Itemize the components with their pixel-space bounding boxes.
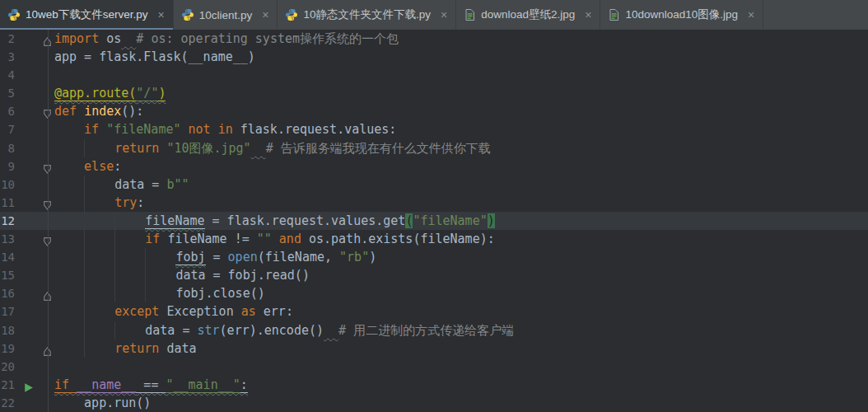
line-number: 13 bbox=[0, 230, 15, 248]
code-token: : bbox=[137, 195, 144, 210]
indent-guide bbox=[54, 230, 84, 248]
indent-guide bbox=[84, 194, 114, 212]
code-token: "fileName" bbox=[413, 213, 487, 228]
code-token: "10图像.jpg" bbox=[166, 141, 250, 156]
code-line[interactable]: 10data = b"" bbox=[0, 176, 868, 194]
indent-guide bbox=[54, 120, 84, 138]
indent-guide bbox=[54, 194, 84, 212]
indent-guide bbox=[84, 230, 114, 248]
run-arrow-icon[interactable] bbox=[23, 380, 34, 391]
code-line[interactable]: 16fobj.close() bbox=[0, 284, 868, 302]
code-token: data = bbox=[145, 323, 197, 338]
line-number: 10 bbox=[0, 176, 15, 194]
line-number: 22 bbox=[0, 394, 15, 412]
code-line[interactable]: 21if __name__ == "__main__": bbox=[0, 376, 868, 394]
code-token bbox=[121, 31, 136, 46]
code-line[interactable]: 15data = fobj.read() bbox=[0, 266, 868, 284]
code-token: if bbox=[145, 232, 167, 246]
indent-guide bbox=[84, 212, 114, 230]
code-line[interactable]: 5@app.route("/") bbox=[0, 84, 868, 102]
editor[interactable]: 2import os # os: operating system操作系统的一个… bbox=[0, 30, 868, 412]
code-token: return bbox=[114, 141, 166, 156]
code-line[interactable]: 18data = str(err).encode() # 用二进制的方式传递给客… bbox=[0, 321, 868, 339]
indent-guide bbox=[84, 321, 114, 339]
line-number: 3 bbox=[0, 48, 15, 66]
code-line[interactable]: 20 bbox=[0, 358, 868, 376]
code-token: @app.route( bbox=[54, 86, 136, 101]
close-icon[interactable]: × bbox=[748, 9, 754, 21]
editor-tab[interactable]: 10静态文件夹文件下载.py× bbox=[278, 0, 456, 30]
python-icon bbox=[181, 8, 194, 21]
code-token: os.path.exists(fileName): bbox=[309, 232, 495, 246]
gutter-separator bbox=[48, 30, 49, 412]
code-line[interactable]: 2import os # os: operating system操作系统的一个… bbox=[0, 30, 868, 48]
code-line[interactable]: 9else: bbox=[0, 157, 868, 176]
indent-guide bbox=[54, 394, 84, 412]
code-token: fobj bbox=[175, 250, 205, 265]
close-icon[interactable]: × bbox=[262, 9, 268, 21]
editor-tab[interactable]: 10web下载文件server.py× bbox=[0, 0, 174, 30]
code-token: = bbox=[206, 250, 228, 265]
editor-tab[interactable]: 10download10图像.jpg× bbox=[600, 0, 763, 30]
indent-guide bbox=[114, 321, 145, 339]
code-token: and bbox=[272, 232, 309, 246]
close-icon[interactable]: × bbox=[441, 9, 447, 21]
code-text: if "fileName" not in flask.request.value… bbox=[54, 120, 868, 138]
code-token: try bbox=[114, 195, 137, 210]
code-line[interactable]: 17except Exception as err: bbox=[0, 302, 868, 321]
code-token: # os: operating system操作系统的一个包 bbox=[136, 31, 399, 46]
line-number: 9 bbox=[0, 157, 15, 176]
code-line[interactable]: 13if fileName != "" and os.path.exists(f… bbox=[0, 230, 868, 248]
python-icon bbox=[285, 8, 298, 21]
editor-tab[interactable]: 10client.py× bbox=[174, 0, 278, 30]
indent-guide bbox=[84, 139, 114, 157]
indent-guide bbox=[54, 266, 84, 284]
code-line-caret[interactable]: 12fileName = flask.request.values.get("f… bbox=[0, 212, 868, 230]
code-token: app.run() bbox=[84, 396, 151, 410]
code-token: return bbox=[114, 341, 166, 356]
line-number: 2 bbox=[0, 30, 15, 48]
code-line[interactable]: 7if "fileName" not in flask.request.valu… bbox=[0, 120, 868, 138]
code-line[interactable]: 4 bbox=[0, 66, 868, 84]
code-token: str bbox=[198, 323, 220, 338]
code-token bbox=[251, 141, 266, 156]
code-token: data = fobj.read() bbox=[175, 268, 310, 283]
tab-label: download壁纸2.jpg bbox=[481, 7, 575, 22]
indent-guide bbox=[54, 339, 84, 358]
code-line[interactable]: 22app.run() bbox=[0, 394, 868, 412]
close-icon[interactable]: × bbox=[585, 9, 591, 21]
code-token: Exception bbox=[166, 304, 233, 319]
line-number: 19 bbox=[0, 339, 15, 358]
indent-guide bbox=[84, 266, 114, 284]
indent-guide bbox=[84, 248, 114, 266]
code-text: except Exception as err: bbox=[54, 302, 868, 321]
code-line[interactable]: 3app = flask.Flask(__name__) bbox=[0, 48, 868, 66]
code-line[interactable]: 11try: bbox=[0, 194, 868, 212]
code-token: index bbox=[84, 104, 121, 119]
code-line[interactable]: 8return "10图像.jpg" # 告诉服务端我现在有什么文件供你下载 bbox=[0, 139, 868, 157]
indent-guide bbox=[114, 248, 145, 266]
image-file-icon bbox=[464, 8, 476, 21]
code-token: import bbox=[54, 31, 106, 46]
code-text: fobj.close() bbox=[54, 284, 868, 302]
code-token: open bbox=[228, 250, 258, 265]
code-token: (err).encode() bbox=[220, 323, 324, 338]
code-token bbox=[324, 323, 338, 338]
indent-guide bbox=[84, 339, 114, 358]
indent-guide bbox=[54, 302, 84, 321]
code-text: @app.route("/") bbox=[54, 84, 868, 102]
code-line[interactable]: 6def index(): bbox=[0, 102, 868, 120]
code-text: fobj = open(fileName, "rb") bbox=[54, 248, 868, 266]
close-icon[interactable]: × bbox=[158, 9, 165, 21]
code-line[interactable]: 14fobj = open(fileName, "rb") bbox=[0, 248, 868, 266]
image-file-icon bbox=[608, 8, 620, 21]
indent-guide bbox=[114, 212, 145, 230]
code-token: fobj.close() bbox=[175, 286, 264, 301]
code-token: "rb" bbox=[339, 250, 369, 265]
code-text: try: bbox=[54, 194, 868, 212]
code-token: : bbox=[240, 377, 248, 393]
line-number: 11 bbox=[0, 194, 15, 212]
editor-tab[interactable]: download壁纸2.jpg× bbox=[456, 0, 600, 30]
line-number: 20 bbox=[0, 358, 15, 376]
code-line[interactable]: 19return data bbox=[0, 339, 868, 358]
